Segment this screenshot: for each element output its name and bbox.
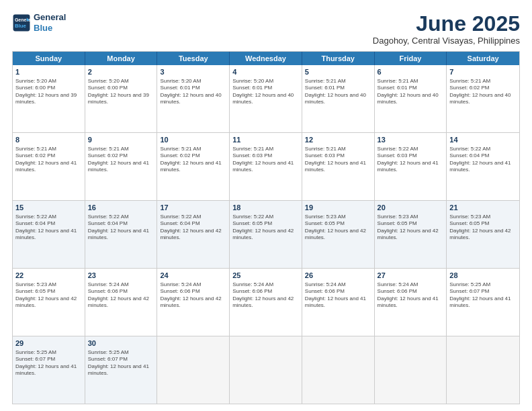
- cell-info: Sunrise: 5:23 AM Sunset: 6:05 PM Dayligh…: [305, 214, 371, 242]
- cell-info: Sunrise: 5:20 AM Sunset: 6:00 PM Dayligh…: [88, 78, 154, 106]
- day-cell-23: 23Sunrise: 5:24 AM Sunset: 6:06 PM Dayli…: [85, 269, 158, 336]
- svg-text:Blue: Blue: [15, 23, 27, 29]
- day-cell-26: 26Sunrise: 5:24 AM Sunset: 6:06 PM Dayli…: [302, 269, 375, 336]
- cell-info: Sunrise: 5:21 AM Sunset: 6:02 PM Dayligh…: [15, 146, 82, 174]
- day-cell-3: 3Sunrise: 5:20 AM Sunset: 6:01 PM Daylig…: [157, 65, 230, 132]
- cell-info: Sunrise: 5:24 AM Sunset: 6:06 PM Dayligh…: [305, 281, 371, 310]
- cell-info: Sunrise: 5:21 AM Sunset: 6:03 PM Dayligh…: [232, 146, 299, 174]
- day-number: 11: [232, 135, 299, 145]
- day-number: 10: [160, 135, 226, 145]
- day-cell-27: 27Sunrise: 5:24 AM Sunset: 6:06 PM Dayli…: [375, 269, 447, 336]
- day-cell-16: 16Sunrise: 5:22 AM Sunset: 6:04 PM Dayli…: [85, 201, 158, 268]
- day-number: 21: [449, 203, 517, 213]
- calendar-row-5: 29Sunrise: 5:25 AM Sunset: 6:07 PM Dayli…: [13, 336, 519, 404]
- day-number: 12: [305, 135, 371, 145]
- logo-line2: Blue: [34, 23, 66, 34]
- header: General Blue General Blue June 2025 Dago…: [12, 12, 520, 46]
- calendar-row-1: 1Sunrise: 5:20 AM Sunset: 6:00 PM Daylig…: [13, 65, 519, 133]
- empty-cell: [157, 336, 230, 404]
- day-cell-5: 5Sunrise: 5:21 AM Sunset: 6:01 PM Daylig…: [302, 65, 375, 132]
- logo-text: General Blue: [34, 12, 66, 33]
- cell-info: Sunrise: 5:22 AM Sunset: 6:04 PM Dayligh…: [88, 214, 154, 242]
- cell-info: Sunrise: 5:25 AM Sunset: 6:07 PM Dayligh…: [88, 349, 154, 377]
- cell-info: Sunrise: 5:21 AM Sunset: 6:01 PM Dayligh…: [305, 78, 371, 106]
- calendar-row-4: 22Sunrise: 5:23 AM Sunset: 6:05 PM Dayli…: [13, 269, 519, 336]
- day-cell-4: 4Sunrise: 5:20 AM Sunset: 6:01 PM Daylig…: [230, 65, 302, 132]
- day-cell-11: 11Sunrise: 5:21 AM Sunset: 6:03 PM Dayli…: [230, 133, 302, 200]
- day-cell-25: 25Sunrise: 5:24 AM Sunset: 6:06 PM Dayli…: [230, 269, 302, 336]
- day-number: 5: [305, 67, 371, 77]
- day-number: 7: [449, 67, 517, 77]
- day-number: 6: [378, 67, 444, 77]
- day-number: 15: [15, 203, 82, 213]
- cell-info: Sunrise: 5:21 AM Sunset: 6:03 PM Dayligh…: [305, 146, 371, 174]
- title-block: June 2025 Dagohoy, Central Visayas, Phil…: [373, 12, 520, 46]
- day-cell-17: 17Sunrise: 5:22 AM Sunset: 6:04 PM Dayli…: [157, 201, 230, 268]
- day-number: 19: [305, 203, 371, 213]
- day-cell-22: 22Sunrise: 5:23 AM Sunset: 6:05 PM Dayli…: [13, 269, 85, 336]
- empty-cell: [447, 336, 519, 404]
- day-number: 2: [88, 67, 154, 77]
- cell-info: Sunrise: 5:24 AM Sunset: 6:06 PM Dayligh…: [378, 281, 444, 310]
- calendar-body: 1Sunrise: 5:20 AM Sunset: 6:00 PM Daylig…: [13, 65, 519, 404]
- day-cell-24: 24Sunrise: 5:24 AM Sunset: 6:06 PM Dayli…: [157, 269, 230, 336]
- day-number: 20: [378, 203, 444, 213]
- day-cell-12: 12Sunrise: 5:21 AM Sunset: 6:03 PM Dayli…: [302, 133, 375, 200]
- cell-info: Sunrise: 5:24 AM Sunset: 6:06 PM Dayligh…: [88, 281, 154, 310]
- day-cell-18: 18Sunrise: 5:22 AM Sunset: 6:05 PM Dayli…: [230, 201, 302, 268]
- empty-cell: [302, 336, 375, 404]
- weekday-tuesday: Tuesday: [157, 52, 230, 65]
- logo-line1: General: [34, 12, 66, 23]
- day-number: 28: [449, 271, 517, 281]
- weekday-sunday: Sunday: [13, 52, 85, 65]
- day-number: 25: [232, 271, 299, 281]
- cell-info: Sunrise: 5:23 AM Sunset: 6:05 PM Dayligh…: [378, 214, 444, 242]
- cell-info: Sunrise: 5:21 AM Sunset: 6:02 PM Dayligh…: [160, 146, 226, 174]
- cell-info: Sunrise: 5:24 AM Sunset: 6:06 PM Dayligh…: [160, 281, 226, 310]
- day-number: 1: [15, 67, 82, 77]
- day-number: 24: [160, 271, 226, 281]
- day-number: 8: [15, 135, 82, 145]
- day-number: 29: [15, 338, 82, 349]
- day-number: 23: [88, 271, 154, 281]
- cell-info: Sunrise: 5:21 AM Sunset: 6:02 PM Dayligh…: [88, 146, 154, 174]
- day-cell-19: 19Sunrise: 5:23 AM Sunset: 6:05 PM Dayli…: [302, 201, 375, 268]
- weekday-friday: Friday: [375, 52, 447, 65]
- weekday-wednesday: Wednesday: [230, 52, 302, 65]
- day-number: 30: [88, 338, 154, 349]
- day-cell-2: 2Sunrise: 5:20 AM Sunset: 6:00 PM Daylig…: [85, 65, 158, 132]
- cell-info: Sunrise: 5:22 AM Sunset: 6:05 PM Dayligh…: [232, 214, 299, 242]
- day-number: 17: [160, 203, 226, 213]
- month-title: June 2025: [373, 12, 520, 36]
- empty-cell: [375, 336, 447, 404]
- day-cell-10: 10Sunrise: 5:21 AM Sunset: 6:02 PM Dayli…: [157, 133, 230, 200]
- calendar-row-3: 15Sunrise: 5:22 AM Sunset: 6:04 PM Dayli…: [13, 201, 519, 269]
- day-number: 18: [232, 203, 299, 213]
- day-cell-9: 9Sunrise: 5:21 AM Sunset: 6:02 PM Daylig…: [85, 133, 158, 200]
- logo: General Blue General Blue: [12, 12, 66, 33]
- day-number: 26: [305, 271, 371, 281]
- empty-cell: [230, 336, 302, 404]
- day-cell-28: 28Sunrise: 5:25 AM Sunset: 6:07 PM Dayli…: [447, 269, 519, 336]
- location: Dagohoy, Central Visayas, Philippines: [373, 36, 520, 46]
- day-cell-7: 7Sunrise: 5:21 AM Sunset: 6:02 PM Daylig…: [447, 65, 519, 132]
- weekday-saturday: Saturday: [447, 52, 519, 65]
- cell-info: Sunrise: 5:21 AM Sunset: 6:02 PM Dayligh…: [449, 78, 517, 106]
- day-cell-13: 13Sunrise: 5:22 AM Sunset: 6:03 PM Dayli…: [375, 133, 447, 200]
- calendar-row-2: 8Sunrise: 5:21 AM Sunset: 6:02 PM Daylig…: [13, 133, 519, 201]
- day-number: 3: [160, 67, 226, 77]
- day-number: 22: [15, 271, 82, 281]
- cell-info: Sunrise: 5:22 AM Sunset: 6:04 PM Dayligh…: [15, 214, 82, 242]
- weekday-monday: Monday: [85, 52, 158, 65]
- cell-info: Sunrise: 5:21 AM Sunset: 6:01 PM Dayligh…: [378, 78, 444, 106]
- day-cell-21: 21Sunrise: 5:23 AM Sunset: 6:05 PM Dayli…: [447, 201, 519, 268]
- day-number: 16: [88, 203, 154, 213]
- cell-info: Sunrise: 5:22 AM Sunset: 6:04 PM Dayligh…: [449, 146, 517, 174]
- day-number: 4: [232, 67, 299, 77]
- cell-info: Sunrise: 5:24 AM Sunset: 6:06 PM Dayligh…: [232, 281, 299, 310]
- day-number: 14: [449, 135, 517, 145]
- day-number: 13: [378, 135, 444, 145]
- cell-info: Sunrise: 5:25 AM Sunset: 6:07 PM Dayligh…: [449, 281, 517, 310]
- logo-icon: General Blue: [12, 13, 31, 32]
- day-cell-29: 29Sunrise: 5:25 AM Sunset: 6:07 PM Dayli…: [13, 336, 85, 404]
